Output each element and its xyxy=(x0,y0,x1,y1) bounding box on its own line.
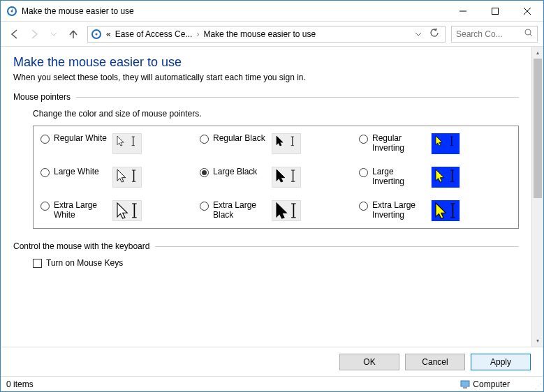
breadcrumb-current[interactable]: Make the mouse easier to use xyxy=(202,29,317,39)
pointer-option-large-white[interactable]: Large White xyxy=(41,167,193,188)
divider xyxy=(155,246,519,247)
search-input[interactable] xyxy=(455,29,523,40)
pointer-preview-regular-inverting xyxy=(431,133,460,154)
status-bar: 0 items Computer ⋰ xyxy=(1,376,543,391)
status-item-count: 0 items xyxy=(6,379,460,389)
dialog-buttons: OK Cancel Apply xyxy=(1,347,543,376)
radio-regular-inverting[interactable] xyxy=(359,135,368,144)
back-button[interactable] xyxy=(6,26,23,43)
radio-extra-large-white[interactable] xyxy=(41,202,50,211)
divider xyxy=(76,97,519,98)
radio-regular-white[interactable] xyxy=(41,135,50,144)
pointer-option-large-black[interactable]: Large Black xyxy=(200,167,352,188)
pointer-preview-large-black xyxy=(272,167,301,188)
close-button[interactable] xyxy=(511,1,543,21)
pointer-label: Extra Large White xyxy=(54,200,108,220)
radio-large-inverting[interactable] xyxy=(359,168,368,177)
pointer-options-box: Regular White Regular Black Regular Inve… xyxy=(33,126,519,229)
svg-line-11 xyxy=(530,34,532,36)
page-heading: Make the mouse easier to use xyxy=(13,55,519,70)
radio-large-black[interactable] xyxy=(200,168,209,177)
pointer-label: Large Inverting xyxy=(372,167,427,187)
pointer-label: Extra Large Black xyxy=(213,200,267,220)
radio-extra-large-black[interactable] xyxy=(200,202,209,211)
svg-point-9 xyxy=(96,33,98,35)
address-dropdown[interactable] xyxy=(413,29,424,39)
vertical-scrollbar[interactable]: ▴ ▾ xyxy=(531,47,543,347)
search-box[interactable] xyxy=(451,26,538,43)
pointer-label: Regular White xyxy=(54,133,108,143)
keyboard-mouse-label: Control the mouse with the keyboard xyxy=(13,241,149,251)
svg-rect-4 xyxy=(492,8,499,14)
radio-large-white[interactable] xyxy=(41,168,50,177)
pointer-preview-regular-black xyxy=(272,133,301,154)
pointer-option-regular-black[interactable]: Regular Black xyxy=(200,133,352,154)
pointer-label: Regular Black xyxy=(213,133,267,143)
pointer-label: Regular Inverting xyxy=(372,133,427,153)
address-bar[interactable]: « Ease of Access Ce... › Make the mouse … xyxy=(87,26,446,43)
nav-toolbar: « Ease of Access Ce... › Make the mouse … xyxy=(1,22,543,47)
pointer-preview-large-white xyxy=(112,167,142,188)
breadcrumb-prefix[interactable]: « xyxy=(105,29,112,39)
scroll-down-button[interactable]: ▾ xyxy=(532,335,543,347)
pointer-preview-extra-large-white xyxy=(112,200,142,221)
app-icon xyxy=(6,6,17,17)
breadcrumb-sep: › xyxy=(195,29,200,39)
forward-button[interactable] xyxy=(26,26,43,43)
pointer-preview-regular-white xyxy=(112,133,142,154)
pointer-option-extra-large-inverting[interactable]: Extra Large Inverting xyxy=(359,200,511,221)
search-icon[interactable] xyxy=(523,29,534,39)
breadcrumb-ease-of-access[interactable]: Ease of Access Ce... xyxy=(114,29,194,39)
svg-point-2 xyxy=(11,10,13,12)
mousekeys-checkbox[interactable] xyxy=(33,259,42,268)
svg-rect-43 xyxy=(463,387,467,389)
maximize-button[interactable] xyxy=(479,1,511,21)
pointer-option-extra-large-black[interactable]: Extra Large Black xyxy=(200,200,352,221)
pointer-label: Large White xyxy=(54,167,108,176)
minimize-button[interactable] xyxy=(447,1,479,21)
pointer-label: Large Black xyxy=(213,167,267,176)
computer-icon xyxy=(460,380,470,389)
content-pane: Make the mouse easier to use When you se… xyxy=(1,47,531,347)
refresh-button[interactable] xyxy=(427,28,442,40)
svg-rect-42 xyxy=(461,381,469,386)
pointer-preview-extra-large-black xyxy=(272,200,301,221)
pointers-description: Change the color and size of mouse point… xyxy=(33,109,519,119)
scroll-thumb[interactable] xyxy=(534,59,542,198)
mousekeys-label: Turn on Mouse Keys xyxy=(46,258,123,268)
scroll-up-button[interactable]: ▴ xyxy=(532,47,543,59)
window-title: Make the mouse easier to use xyxy=(22,6,447,16)
recent-dropdown[interactable] xyxy=(45,26,62,43)
titlebar: Make the mouse easier to use xyxy=(1,1,543,22)
page-subtext: When you select these tools, they will a… xyxy=(13,73,519,82)
pointer-option-extra-large-white[interactable]: Extra Large White xyxy=(41,200,193,221)
keyboard-mouse-section: Control the mouse with the keyboard xyxy=(13,241,519,251)
pointer-preview-extra-large-inverting xyxy=(431,200,460,221)
radio-regular-black[interactable] xyxy=(200,135,209,144)
pointer-label: Extra Large Inverting xyxy=(372,200,427,220)
cancel-button[interactable]: Cancel xyxy=(405,354,465,370)
status-location: Computer xyxy=(473,379,510,389)
svg-point-10 xyxy=(525,29,531,35)
location-icon xyxy=(91,29,102,40)
up-button[interactable] xyxy=(65,26,82,43)
resize-grip[interactable]: ⋰ xyxy=(535,382,542,390)
pointer-option-regular-inverting[interactable]: Regular Inverting xyxy=(359,133,511,154)
apply-button[interactable]: Apply xyxy=(471,354,531,370)
pointer-option-large-inverting[interactable]: Large Inverting xyxy=(359,167,511,188)
mouse-pointers-label: Mouse pointers xyxy=(13,92,71,102)
pointer-preview-large-inverting xyxy=(431,167,460,188)
radio-extra-large-inverting[interactable] xyxy=(359,202,368,211)
mouse-pointers-section: Mouse pointers xyxy=(13,92,519,102)
ok-button[interactable]: OK xyxy=(339,354,399,370)
pointer-option-regular-white[interactable]: Regular White xyxy=(41,133,193,154)
